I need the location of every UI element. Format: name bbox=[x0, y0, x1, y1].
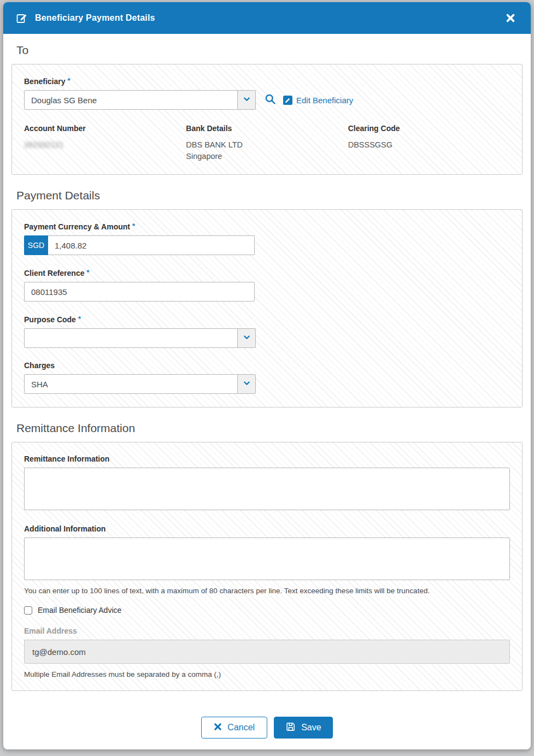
amount-input[interactable] bbox=[48, 235, 255, 255]
account-number-value: 262332121 bbox=[24, 139, 186, 151]
email-separator-note: Multiple Email Addresses must be separat… bbox=[24, 670, 510, 678]
currency-badge: SGD bbox=[24, 235, 48, 255]
beneficiary-select-chevron[interactable] bbox=[237, 90, 256, 110]
remittance-info-textarea[interactable] bbox=[24, 468, 510, 510]
bank-details-col: Bank Details DBS BANK LTD Singapore bbox=[186, 124, 348, 162]
search-icon bbox=[265, 93, 276, 107]
close-icon[interactable] bbox=[503, 11, 518, 25]
clearing-code-value: DBSSSGSG bbox=[348, 139, 510, 151]
to-heading: To bbox=[16, 44, 523, 57]
client-reference-label: Client Reference* bbox=[24, 268, 510, 277]
bank-name-value: DBS BANK LTD bbox=[186, 139, 348, 151]
charges-select-value[interactable]: SHA bbox=[24, 374, 238, 394]
edit-beneficiary-icon bbox=[283, 96, 292, 105]
chevron-down-icon bbox=[243, 379, 251, 389]
text-limits-note: You can enter up to 100 lines of text, w… bbox=[24, 587, 510, 595]
chevron-down-icon bbox=[243, 333, 251, 344]
payment-details-panel: Payment Currency & Amount* SGD Client Re… bbox=[11, 209, 523, 407]
charges-select[interactable]: SHA bbox=[24, 374, 256, 394]
beneficiary-label: Beneficiary* bbox=[24, 76, 510, 86]
email-beneficiary-advice-checkbox[interactable] bbox=[24, 606, 32, 615]
additional-info-textarea[interactable] bbox=[24, 538, 510, 580]
cancel-button-label: Cancel bbox=[227, 723, 255, 733]
charges-select-chevron[interactable] bbox=[237, 374, 256, 394]
edit-beneficiary-link[interactable]: Edit Beneficiary bbox=[283, 96, 353, 105]
additional-info-label: Additional Information bbox=[24, 524, 510, 533]
save-button-label: Save bbox=[301, 723, 321, 733]
edit-icon bbox=[16, 13, 27, 23]
email-beneficiary-advice-label: Email Beneficiary Advice bbox=[38, 606, 121, 615]
bank-details-label: Bank Details bbox=[186, 124, 348, 133]
required-asterisk: * bbox=[78, 315, 81, 323]
purpose-code-select-value[interactable] bbox=[24, 328, 238, 348]
purpose-code-select-chevron[interactable] bbox=[237, 328, 256, 348]
purpose-code-label: Purpose Code* bbox=[24, 315, 510, 324]
email-address-label: Email Address bbox=[24, 627, 510, 635]
save-button[interactable]: Save bbox=[274, 717, 332, 739]
chevron-down-icon bbox=[243, 95, 251, 105]
account-number-label: Account Number bbox=[24, 124, 186, 133]
remittance-panel: Remittance Information Additional Inform… bbox=[11, 442, 523, 691]
account-number-col: Account Number 262332121 bbox=[24, 124, 186, 162]
to-panel: Beneficiary* Douglas SG Bene bbox=[11, 64, 523, 175]
email-address-input bbox=[24, 640, 510, 664]
required-asterisk: * bbox=[86, 268, 89, 276]
clearing-code-label: Clearing Code bbox=[348, 124, 510, 133]
edit-beneficiary-label: Edit Beneficiary bbox=[296, 96, 353, 105]
currency-amount-label: Payment Currency & Amount* bbox=[24, 222, 510, 231]
beneficiary-payment-details-modal: Beneficiary Payment Details To Beneficia… bbox=[3, 2, 531, 749]
beneficiary-select-value[interactable]: Douglas SG Bene bbox=[24, 90, 238, 110]
client-reference-input[interactable] bbox=[24, 282, 255, 302]
remittance-info-label: Remittance Information bbox=[24, 454, 510, 463]
clearing-code-col: Clearing Code DBSSSGSG bbox=[348, 124, 510, 162]
bank-country-value: Singapore bbox=[186, 151, 348, 162]
required-asterisk: * bbox=[67, 76, 70, 85]
purpose-code-select[interactable] bbox=[24, 328, 256, 348]
remittance-heading: Remittance Information bbox=[16, 422, 523, 435]
modal-header: Beneficiary Payment Details bbox=[3, 2, 531, 34]
beneficiary-select[interactable]: Douglas SG Bene bbox=[24, 90, 256, 110]
cancel-x-icon bbox=[214, 723, 222, 733]
cancel-button[interactable]: Cancel bbox=[201, 717, 267, 739]
search-beneficiary-button[interactable] bbox=[263, 93, 277, 107]
modal-footer: Cancel Save bbox=[3, 717, 531, 749]
required-asterisk: * bbox=[132, 222, 135, 230]
charges-label: Charges bbox=[24, 361, 510, 370]
save-floppy-icon bbox=[285, 722, 296, 734]
modal-title: Beneficiary Payment Details bbox=[35, 13, 155, 23]
modal-body: To Beneficiary* Douglas SG Bene bbox=[3, 34, 531, 696]
payment-details-heading: Payment Details bbox=[16, 189, 523, 202]
